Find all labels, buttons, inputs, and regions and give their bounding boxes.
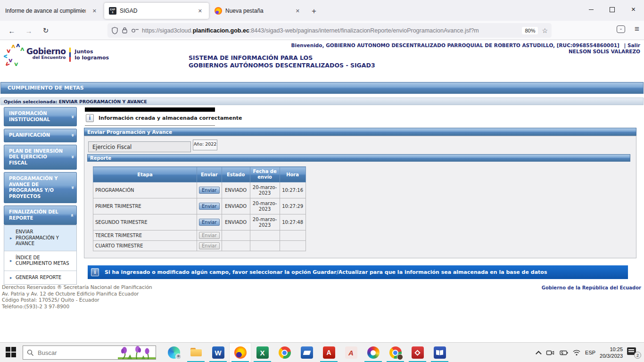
tab-informe[interactable]: Informe de avance al cumplimiento (0, 3, 103, 19)
enviar-button[interactable]: Enviar (199, 203, 220, 210)
taskbar-scanner-button[interactable] (296, 343, 318, 362)
sidebar-item-plan-inversion[interactable]: PLAN DE INVERSIÓN DEL EJERCICIO FISCAL (4, 145, 77, 170)
cell-etapa: PROGRAMACIÓN (93, 182, 197, 198)
sidebar-menu: INFORMACIÓN INSTITUCIONAL PLANIFICACIÓN … (4, 107, 77, 285)
taskbar-chrome-button[interactable] (273, 343, 296, 362)
cell-hora: 10:27:16 (280, 182, 305, 198)
cell-fecha: 20-marzo-2023 (250, 198, 280, 214)
taskbar-acrobat-button[interactable]: A (318, 343, 340, 362)
window-controls (580, 0, 644, 19)
forward-button[interactable] (23, 25, 35, 37)
file-explorer-icon (190, 346, 202, 359)
sidebar-item-finalizacion-reporte[interactable]: FINALIZACIÓN DEL REPORTE (4, 206, 77, 225)
taskbar-redapp-button[interactable] (406, 343, 429, 362)
triangle-right-icon (10, 258, 12, 264)
status-message: Información creada y almacenada correcta… (99, 115, 242, 121)
battery-icon[interactable] (559, 350, 568, 356)
meet-camera-icon[interactable] (546, 349, 554, 356)
submenu-item-indice-cumplimiento[interactable]: ÍNDICE DE CUMPLIMIENTO METAS (4, 251, 76, 271)
footer-government-label: Gobierno de la República del Ecuador (542, 285, 641, 290)
tray-expand-icon[interactable] (536, 351, 542, 357)
panel-title: Enviar Programación y Avance (84, 128, 636, 136)
tab-title: Informe de avance al cumplimiento (5, 8, 86, 14)
url-bar[interactable]: https://sigad3cloud.planificacion.gob.ec… (107, 23, 552, 38)
cell-fecha: 20-marzo-2023 (250, 214, 280, 230)
new-tab-button[interactable] (307, 4, 321, 18)
tab-close-icon[interactable] (294, 7, 302, 15)
submenu-item-enviar-programacion[interactable]: ENVIAR PROGRAMACIÓN Y AVANCE (4, 225, 76, 251)
chevron-up-icon (69, 214, 75, 217)
fiscal-year-label: Ejercicio Fiscal (88, 141, 191, 152)
clock[interactable]: 10:25 20/3/2023 (600, 346, 623, 359)
enviar-button-disabled[interactable]: Enviar (199, 242, 220, 249)
language-indicator[interactable]: ESP (585, 350, 595, 355)
cell-estado: ENVIADO (222, 182, 250, 198)
sidebar-item-planificacion[interactable]: PLANIFICACIÓN (4, 129, 77, 142)
cell-hora: 10:27:48 (280, 214, 305, 230)
scanner-app-icon (301, 346, 313, 359)
taskbar-edge-button[interactable] (163, 343, 185, 362)
permissions-icon[interactable] (131, 28, 139, 33)
enviar-button-disabled[interactable]: Enviar (199, 232, 220, 239)
taskbar-chrome-profile-button[interactable] (384, 343, 406, 362)
sidebar-item-informacion-institucional[interactable]: INFORMACIÓN INSTITUCIONAL (4, 107, 77, 126)
browser-toolbar: https://sigad3cloud.planificacion.gob.ec… (0, 21, 644, 40)
close-button[interactable] (623, 0, 644, 19)
menubar-cumplimiento[interactable]: CUMPLIMIENTO DE METAS (0, 82, 644, 94)
cell-fecha (250, 230, 280, 241)
maximize-button[interactable] (602, 0, 623, 19)
tab-close-icon[interactable] (91, 7, 99, 15)
browser-tab-bar: Informe de avance al cumplimiento EAP6 S… (0, 0, 644, 21)
col-enviar: Enviar (197, 167, 222, 182)
logout-link[interactable]: | Salir (624, 42, 640, 48)
footer-line: Código Postal: 170525/ Quito - Ecuador (2, 297, 99, 303)
bookmark-star-icon[interactable] (542, 27, 548, 34)
wifi-icon[interactable] (572, 349, 581, 356)
save-hint-text: Si ha ingresado o modificado algún campo… (105, 269, 547, 275)
taskbar-excel-button[interactable]: X (251, 343, 273, 362)
cell-etapa: PRIMER TRIMESTRE (93, 198, 197, 214)
shield-icon[interactable] (111, 27, 118, 34)
welcome-block: Bienvenido, GOBIERNO AUTONOMO DESCENTRAL… (291, 42, 640, 55)
report-panel: Ejercicio Fiscal Año: 2022 Reporte Etapa… (84, 136, 636, 258)
tab-nueva-pestana[interactable]: Nueva pestaña (210, 3, 306, 19)
reload-button[interactable] (40, 25, 52, 37)
firefox-favicon (215, 7, 222, 15)
lock-icon[interactable] (122, 27, 128, 34)
tab-close-icon[interactable] (196, 7, 204, 15)
footer-line: Av. Patria y Av. 12 de Octubre Edificio … (2, 291, 139, 296)
submenu-item-generar-reporte[interactable]: GENERAR REPORTE (4, 271, 76, 285)
sidebar-panel-icon[interactable] (617, 25, 625, 33)
minimize-button[interactable] (580, 0, 602, 19)
cell-etapa: SEGUNDO TRIMESTRE (93, 214, 197, 230)
chevron-down-icon (69, 156, 75, 159)
menu-hamburger-icon[interactable] (635, 25, 639, 34)
enviar-button[interactable]: Enviar (199, 219, 220, 226)
taskbar-bookapp-button[interactable] (429, 343, 451, 362)
taskbar-word-button[interactable]: W (207, 343, 229, 362)
start-button[interactable] (6, 347, 17, 358)
search-input[interactable] (38, 349, 94, 356)
cell-hora: 10:27:29 (280, 198, 305, 214)
report-section-title: Reporte (87, 154, 630, 162)
sidebar-item-programacion-avance[interactable]: PROGRAMACIÓN Y AVANCE DE PROGRAMAS Y/O P… (4, 172, 77, 203)
tray-time: 10:25 (610, 346, 623, 352)
user-name: NELSON SOLIS VALAREZO (569, 49, 640, 54)
cell-estado (222, 230, 250, 241)
seasonal-flowers-image (118, 346, 156, 360)
system-tray: ESP 10:25 20/3/2023 2 (537, 343, 641, 362)
zoom-level-badge[interactable]: 80% (522, 27, 538, 34)
taskbar-autocad-button[interactable]: A (340, 343, 362, 362)
logo-wordmark: Gobierno del Encuentro (26, 49, 66, 61)
tab-title: Nueva pestaña (225, 8, 289, 14)
action-center-button[interactable]: 2 (627, 346, 641, 359)
taskbar-colorwheel-button[interactable] (362, 343, 384, 362)
back-button[interactable] (6, 25, 18, 37)
edge-icon (168, 346, 180, 359)
col-estado: Estado (222, 167, 250, 182)
tab-sigad[interactable]: EAP6 SIGAD (104, 3, 209, 19)
enviar-button[interactable]: Enviar (199, 187, 220, 194)
taskbar-firefox-button[interactable] (229, 343, 251, 362)
taskbar-search[interactable] (23, 346, 156, 360)
taskbar-explorer-button[interactable] (185, 343, 207, 362)
